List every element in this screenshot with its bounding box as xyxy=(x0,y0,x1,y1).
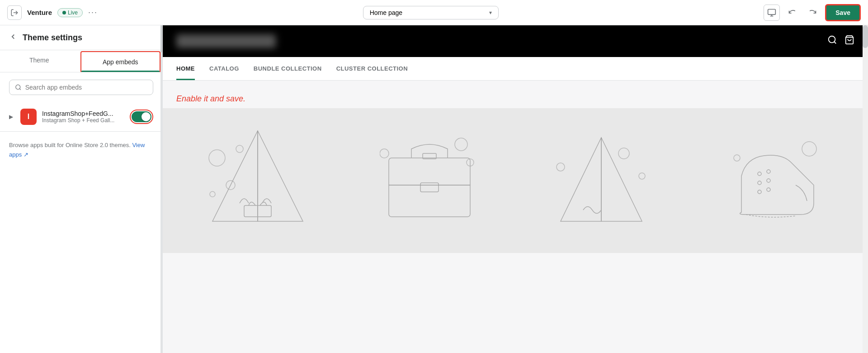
nav-item-cluster[interactable]: CLUSTER COLLECTION xyxy=(336,57,408,80)
exit-button[interactable] xyxy=(7,5,22,20)
search-store-icon[interactable] xyxy=(827,35,837,48)
redo-button[interactable] xyxy=(805,5,820,20)
app-name: InstagramShop+FeedG... xyxy=(42,110,124,117)
svg-point-34 xyxy=(767,179,770,182)
scroll-thumb xyxy=(160,25,162,52)
svg-point-29 xyxy=(734,155,740,161)
svg-point-28 xyxy=(802,142,816,156)
toggle-knob xyxy=(142,112,151,121)
browse-text: Browse apps built for Online Store 2.0 t… xyxy=(9,142,131,148)
chevron-down-icon: ▾ xyxy=(489,10,492,16)
live-label: Live xyxy=(68,10,78,16)
cart-icon[interactable] xyxy=(844,35,854,48)
search-box xyxy=(9,80,153,95)
nav-item-home[interactable]: HOME xyxy=(176,57,195,80)
topbar-center: Home page ▾ xyxy=(363,6,499,19)
search-icon xyxy=(15,84,22,91)
svg-point-4 xyxy=(16,85,20,89)
sidebar-title: Theme settings xyxy=(23,33,82,43)
product-sketch-4 xyxy=(692,131,854,239)
svg-point-11 xyxy=(210,191,215,197)
preview-area: HOME CATALOG BUNDLE COLLECTION CLUSTER C… xyxy=(163,25,868,353)
svg-point-12 xyxy=(236,145,243,153)
nav-item-bundle[interactable]: BUNDLE COLLECTION xyxy=(254,57,322,80)
app-subtitle: Instagram Shop + Feed Gall... xyxy=(42,117,124,124)
live-badge: Live xyxy=(57,8,83,17)
topbar: Venture Live ··· Home page ▾ xyxy=(0,0,868,25)
enable-message: Enable it and save. xyxy=(163,81,868,108)
svg-point-31 xyxy=(758,181,761,185)
app-embed-item: ▶ I InstagramShop+FeedG... Instagram Sho… xyxy=(0,102,162,132)
store-name: Venture xyxy=(27,9,52,16)
desktop-view-button[interactable] xyxy=(764,5,780,21)
app-icon: I xyxy=(20,109,37,125)
product-sketch-1 xyxy=(176,122,339,239)
product-grid xyxy=(163,108,868,253)
app-info: InstagramShop+FeedG... Instagram Shop + … xyxy=(42,110,124,124)
svg-rect-19 xyxy=(389,158,470,217)
search-input[interactable] xyxy=(25,84,147,91)
sidebar: Theme settings Theme App embeds xyxy=(0,25,163,353)
product-sketch-3 xyxy=(520,131,683,239)
svg-point-35 xyxy=(767,188,770,191)
nav-item-catalog[interactable]: CATALOG xyxy=(209,57,239,80)
sidebar-tabs: Theme App embeds xyxy=(0,50,162,72)
svg-point-24 xyxy=(639,173,645,179)
topbar-right: Save xyxy=(764,4,861,21)
more-button[interactable]: ··· xyxy=(88,8,98,17)
preview-frame: HOME CATALOG BUNDLE COLLECTION CLUSTER C… xyxy=(163,25,868,353)
preview-scrollbar[interactable] xyxy=(863,25,868,353)
save-button[interactable]: Save xyxy=(825,4,861,21)
svg-line-5 xyxy=(19,89,21,90)
store-nav: HOME CATALOG BUNDLE COLLECTION CLUSTER C… xyxy=(163,57,868,81)
svg-rect-20 xyxy=(420,183,439,192)
undo-button[interactable] xyxy=(785,5,800,20)
topbar-left: Venture Live ··· xyxy=(7,5,98,20)
store-logo xyxy=(176,34,276,48)
sidebar-header: Theme settings xyxy=(0,25,162,50)
tab-app-embeds[interactable]: App embeds xyxy=(80,51,161,72)
live-dot xyxy=(62,11,66,14)
sidebar-scroll: Theme settings Theme App embeds xyxy=(0,25,162,353)
svg-rect-1 xyxy=(768,9,776,14)
svg-point-25 xyxy=(557,163,565,171)
browse-apps: Browse apps built for Online Store 2.0 t… xyxy=(0,132,162,169)
svg-point-9 xyxy=(209,150,225,166)
svg-line-7 xyxy=(834,42,836,43)
svg-point-18 xyxy=(380,149,389,158)
svg-point-16 xyxy=(455,138,467,151)
svg-point-33 xyxy=(767,170,770,173)
main-layout: Theme settings Theme App embeds xyxy=(0,25,868,353)
sidebar-scrollbar xyxy=(160,25,162,353)
expand-button[interactable]: ▶ xyxy=(9,114,13,120)
page-selector-value: Home page xyxy=(370,9,402,16)
svg-point-32 xyxy=(758,190,761,194)
tab-theme[interactable]: Theme xyxy=(0,50,79,72)
svg-point-23 xyxy=(618,148,629,159)
toggle-wrapper xyxy=(130,110,153,124)
search-wrapper xyxy=(0,72,162,102)
preview-scroll-thumb xyxy=(863,25,868,48)
back-button[interactable] xyxy=(9,33,17,43)
svg-point-6 xyxy=(829,36,835,43)
store-header-icons xyxy=(827,35,854,48)
page-selector[interactable]: Home page ▾ xyxy=(363,6,499,19)
product-sketch-2 xyxy=(348,131,511,239)
store-header xyxy=(163,25,868,57)
external-link-icon: ↗ xyxy=(24,151,28,158)
svg-point-30 xyxy=(758,172,761,176)
app-embed-toggle[interactable] xyxy=(132,111,151,122)
